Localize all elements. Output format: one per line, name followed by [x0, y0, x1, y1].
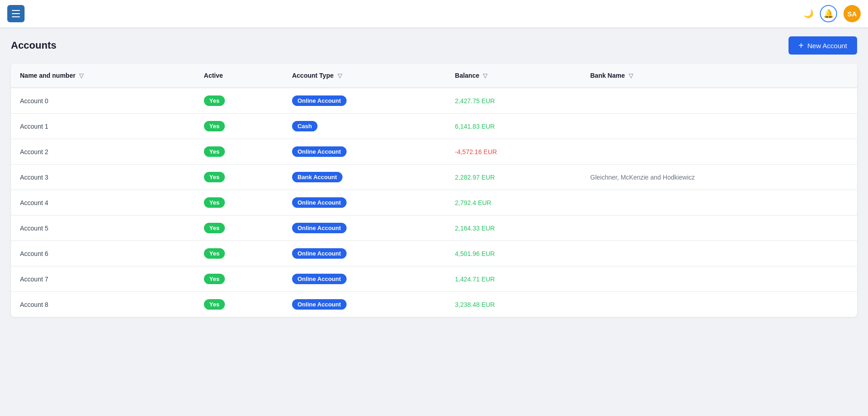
table-row[interactable]: Account 5YesOnline Account2,164.33 EUR	[11, 216, 857, 241]
col-balance: Balance ▽	[446, 64, 581, 88]
cell-balance-3: 2,282.97 EUR	[446, 165, 581, 190]
filter-name-icon[interactable]: ▽	[79, 72, 84, 79]
navbar: 🌙 🔔 SA	[0, 0, 868, 27]
active-badge-4: Yes	[204, 197, 225, 208]
cell-active-0: Yes	[195, 88, 283, 114]
cell-name-8: Account 8	[11, 292, 195, 317]
col-bank-name: Bank Name ▽	[581, 64, 858, 88]
col-active: Active	[195, 64, 283, 88]
type-badge-8: Online Account	[292, 299, 347, 310]
cell-bank-3: Gleichner, McKenzie and Hodkiewicz	[581, 165, 858, 190]
table-row[interactable]: Account 3YesBank Account2,282.97 EURGlei…	[11, 165, 857, 190]
active-badge-3: Yes	[204, 172, 225, 182]
menu-button[interactable]	[7, 5, 25, 22]
cell-active-3: Yes	[195, 165, 283, 190]
cell-name-1: Account 1	[11, 114, 195, 139]
table-row[interactable]: Account 2YesOnline Account-4,572.16 EUR	[11, 139, 857, 165]
active-badge-2: Yes	[204, 146, 225, 157]
type-badge-0: Online Account	[292, 95, 347, 106]
cell-balance-5: 2,164.33 EUR	[446, 216, 581, 241]
type-badge-1: Cash	[292, 121, 317, 131]
active-badge-7: Yes	[204, 274, 225, 284]
col-account-type-label: Account Type	[292, 72, 334, 79]
cell-bank-2	[581, 139, 858, 165]
cell-balance-8: 3,238.48 EUR	[446, 292, 581, 317]
table-row[interactable]: Account 7YesOnline Account1,424.71 EUR	[11, 266, 857, 292]
cell-active-2: Yes	[195, 139, 283, 165]
table-row[interactable]: Account 8YesOnline Account3,238.48 EUR	[11, 292, 857, 317]
table-row[interactable]: Account 0YesOnline Account2,427.75 EUR	[11, 88, 857, 114]
col-balance-label: Balance	[455, 72, 480, 79]
cell-active-1: Yes	[195, 114, 283, 139]
table-row[interactable]: Account 1YesCash6,141.83 EUR	[11, 114, 857, 139]
table-row[interactable]: Account 4YesOnline Account2,792.4 EUR	[11, 190, 857, 216]
cell-balance-0: 2,427.75 EUR	[446, 88, 581, 114]
user-avatar-button[interactable]: SA	[843, 5, 861, 22]
table-header: Name and number ▽ Active Account Type ▽	[11, 64, 857, 88]
hamburger-line-1	[12, 10, 20, 11]
cell-type-8: Online Account	[283, 292, 446, 317]
table-header-row: Name and number ▽ Active Account Type ▽	[11, 64, 857, 88]
type-badge-7: Online Account	[292, 274, 347, 284]
cell-bank-4	[581, 190, 858, 216]
type-badge-2: Online Account	[292, 146, 347, 157]
active-badge-6: Yes	[204, 248, 225, 259]
filter-balance-icon[interactable]: ▽	[483, 72, 487, 79]
cell-bank-0	[581, 88, 858, 114]
page-content: Accounts + New Account Name and number ▽	[0, 27, 868, 326]
hamburger-line-3	[12, 16, 20, 17]
cell-name-3: Account 3	[11, 165, 195, 190]
bell-icon: 🔔	[823, 9, 833, 19]
cell-bank-6	[581, 241, 858, 266]
cell-type-1: Cash	[283, 114, 446, 139]
avatar-initials: SA	[848, 10, 857, 18]
type-badge-3: Bank Account	[292, 172, 342, 182]
active-badge-5: Yes	[204, 223, 225, 233]
type-badge-4: Online Account	[292, 197, 347, 208]
cell-name-6: Account 6	[11, 241, 195, 266]
dark-mode-icon[interactable]: 🌙	[804, 9, 813, 19]
active-badge-8: Yes	[204, 299, 225, 310]
page-header: Accounts + New Account	[11, 36, 857, 55]
cell-bank-8	[581, 292, 858, 317]
col-account-type: Account Type ▽	[283, 64, 446, 88]
col-active-label: Active	[204, 72, 223, 79]
cell-balance-4: 2,792.4 EUR	[446, 190, 581, 216]
filter-bank-name-icon[interactable]: ▽	[629, 72, 633, 79]
cell-type-3: Bank Account	[283, 165, 446, 190]
navbar-right: 🌙 🔔 SA	[804, 5, 861, 22]
active-badge-1: Yes	[204, 121, 225, 131]
cell-bank-5	[581, 216, 858, 241]
cell-name-4: Account 4	[11, 190, 195, 216]
page-title: Accounts	[11, 40, 56, 51]
cell-balance-1: 6,141.83 EUR	[446, 114, 581, 139]
cell-type-4: Online Account	[283, 190, 446, 216]
cell-active-7: Yes	[195, 266, 283, 292]
notification-bell-button[interactable]: 🔔	[820, 5, 837, 22]
cell-bank-1	[581, 114, 858, 139]
cell-active-8: Yes	[195, 292, 283, 317]
plus-icon: +	[799, 41, 804, 50]
navbar-left	[7, 5, 25, 22]
cell-type-0: Online Account	[283, 88, 446, 114]
cell-balance-7: 1,424.71 EUR	[446, 266, 581, 292]
cell-name-5: Account 5	[11, 216, 195, 241]
col-name-number: Name and number ▽	[11, 64, 195, 88]
col-bank-name-label: Bank Name	[590, 72, 625, 79]
cell-active-5: Yes	[195, 216, 283, 241]
active-badge-0: Yes	[204, 95, 225, 106]
cell-name-0: Account 0	[11, 88, 195, 114]
type-badge-6: Online Account	[292, 248, 347, 259]
filter-account-type-icon[interactable]: ▽	[337, 72, 342, 79]
accounts-table: Name and number ▽ Active Account Type ▽	[11, 64, 857, 317]
table-body: Account 0YesOnline Account2,427.75 EURAc…	[11, 88, 857, 317]
hamburger-line-2	[12, 13, 20, 14]
cell-type-2: Online Account	[283, 139, 446, 165]
new-account-button[interactable]: + New Account	[789, 36, 857, 55]
cell-type-5: Online Account	[283, 216, 446, 241]
table-row[interactable]: Account 6YesOnline Account4,501.96 EUR	[11, 241, 857, 266]
col-name-number-label: Name and number	[20, 72, 75, 79]
cell-name-2: Account 2	[11, 139, 195, 165]
cell-name-7: Account 7	[11, 266, 195, 292]
cell-active-4: Yes	[195, 190, 283, 216]
